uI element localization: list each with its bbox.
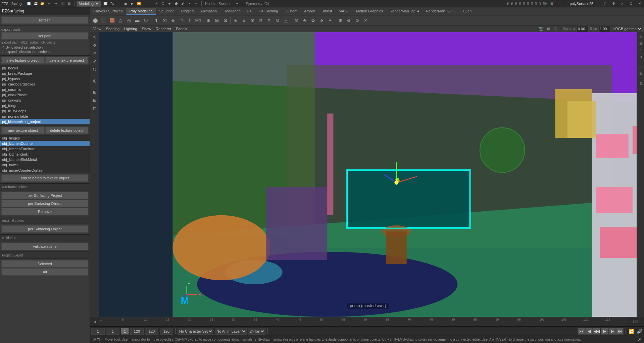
append-icon[interactable]: ⊕ bbox=[169, 16, 177, 24]
outliner-icon1[interactable]: ⊞ bbox=[638, 34, 644, 40]
text-icon[interactable]: T bbox=[186, 16, 194, 24]
connect-icon[interactable]: ⊟ bbox=[213, 16, 221, 24]
shading-menu[interactable]: Shading bbox=[104, 26, 121, 32]
select-tool-icon[interactable]: ↖ bbox=[91, 34, 98, 41]
lasso4-icon[interactable]: ◈ bbox=[166, 1, 172, 7]
smooth-icon[interactable]: ≋ bbox=[257, 16, 265, 24]
project-list-item[interactable]: prj_ceramic bbox=[0, 87, 90, 92]
tab-xgen[interactable]: XGen bbox=[459, 8, 475, 15]
poke-icon[interactable]: ✦ bbox=[326, 16, 334, 24]
settings-right-icon[interactable]: ⚙ bbox=[610, 1, 616, 7]
project-list-item[interactable]: prj_cardboardBoxes bbox=[0, 81, 90, 87]
rotate-tool-icon[interactable]: ↻ bbox=[91, 50, 98, 57]
loop-playback-icon[interactable]: 🔁 bbox=[628, 328, 635, 335]
tab-fx-caching[interactable]: FX Caching bbox=[255, 8, 281, 15]
tab-rigging[interactable]: Rigging bbox=[178, 8, 197, 15]
project-list-item[interactable]: prj_clockPlastic bbox=[0, 92, 90, 98]
reduce-icon[interactable]: ≡ bbox=[265, 16, 273, 24]
tab-curves-surfaces[interactable]: Curves / Surfaces bbox=[90, 8, 126, 15]
all-btn[interactable]: All bbox=[1, 268, 88, 276]
icon2[interactable]: 🔧 bbox=[109, 1, 115, 7]
colorspace-select[interactable]: sRGB gamma bbox=[612, 25, 643, 32]
go-end-btn[interactable]: ⏭ bbox=[616, 328, 624, 335]
remove-btn[interactable]: Remove bbox=[1, 208, 88, 215]
refresh-btn[interactable]: refresh bbox=[1, 16, 88, 24]
remesh-icon[interactable]: ⊚ bbox=[274, 16, 282, 24]
plane-icon[interactable]: ▬ bbox=[133, 16, 141, 24]
boolean-icon[interactable]: ⊗ bbox=[248, 16, 256, 24]
validate-scene-btn[interactable]: validate scene bbox=[1, 243, 88, 250]
project-list-item[interactable]: prj_fridge bbox=[0, 103, 90, 108]
camera-bookmark-icon[interactable]: ⊞ bbox=[91, 89, 98, 96]
grid2-icon[interactable]: ⊞ bbox=[545, 26, 551, 32]
delete-texture-project-btn[interactable]: delete texture project bbox=[45, 57, 89, 64]
help-icon[interactable]: ? bbox=[602, 1, 608, 7]
tab-custom[interactable]: Custom bbox=[281, 8, 301, 15]
icon1[interactable]: ⬜ bbox=[102, 1, 108, 7]
selected-btn[interactable]: Selected bbox=[1, 260, 88, 268]
tab-sculpting[interactable]: Sculpting bbox=[156, 8, 178, 15]
cone-icon[interactable]: △ bbox=[116, 16, 125, 24]
panels-menu[interactable]: Panels bbox=[174, 26, 189, 32]
open-icon[interactable]: 📂 bbox=[39, 1, 45, 7]
icon6[interactable]: ⏩ bbox=[136, 1, 142, 7]
tab-animation[interactable]: Animation bbox=[197, 8, 220, 15]
separate-icon[interactable]: ⊌ bbox=[240, 16, 248, 24]
grid-icon[interactable]: ⊞ bbox=[549, 1, 555, 7]
close-icon[interactable]: ✕ bbox=[637, 1, 643, 7]
project-list-item[interactable]: prj_bypass bbox=[0, 76, 90, 81]
play-btn[interactable]: ▶ bbox=[601, 328, 608, 335]
timeline-ruler[interactable]: 1510152025303540455055606570758085909510… bbox=[100, 317, 627, 326]
pause-icon[interactable]: ⏸ bbox=[555, 1, 561, 7]
icon3[interactable]: ◻ bbox=[116, 1, 122, 7]
tab-fx[interactable]: FX bbox=[244, 8, 255, 15]
snap-icon[interactable]: ⊞ bbox=[66, 1, 72, 7]
combine-icon[interactable]: ◈ bbox=[232, 16, 240, 24]
icon4[interactable]: ◼ bbox=[122, 1, 129, 7]
new-texture-project-btn[interactable]: new texture project bbox=[1, 57, 45, 64]
file-icon[interactable]: 📄 bbox=[26, 1, 32, 7]
object-list-item[interactable]: obj_kitchenSink bbox=[0, 152, 90, 157]
torus-icon[interactable]: ◎ bbox=[125, 16, 133, 24]
play-back-btn[interactable]: ◀◀ bbox=[593, 328, 600, 335]
cursor-icon[interactable]: ↖ bbox=[193, 1, 199, 7]
undo-icon[interactable]: ↩ bbox=[46, 1, 52, 7]
extrude-icon[interactable]: ⬆ bbox=[152, 16, 160, 24]
fps-select[interactable]: 24 fps bbox=[248, 328, 265, 335]
object-list-item[interactable]: obj_towel bbox=[0, 162, 90, 168]
retopo-icon[interactable]: ◬ bbox=[282, 16, 290, 24]
object-list-item[interactable]: obj_kitchenCounter bbox=[0, 141, 90, 146]
per-surfacing-object-btn2[interactable]: per Surfacing Object bbox=[1, 225, 88, 233]
status-expand-icon[interactable]: ⤢ bbox=[636, 336, 643, 343]
object-list-item[interactable]: obj_uncerCounterCurtain bbox=[0, 168, 90, 173]
project-list-item[interactable]: prj_kitchenArea_project bbox=[0, 119, 90, 124]
tab-mash[interactable]: MASH bbox=[335, 8, 353, 15]
snap-to-grid-icon[interactable]: ⊟ bbox=[91, 97, 98, 104]
redo-icon[interactable]: ↪ bbox=[53, 1, 59, 7]
mode-dropdown[interactable]: Modeling ▼ bbox=[77, 1, 101, 7]
tab-poly-modeling[interactable]: Poly Modeling bbox=[126, 8, 156, 15]
anim-layer-select[interactable]: No Anim Layer bbox=[215, 328, 247, 335]
wireframe2-icon[interactable]: ⬡ bbox=[553, 26, 559, 32]
next-frame-btn[interactable]: ▶ bbox=[608, 328, 616, 335]
delete-texture-object-btn[interactable]: delete texture object bbox=[45, 127, 89, 134]
frame-end3-input[interactable]: 120 bbox=[160, 328, 173, 335]
per-surfacing-project-btn[interactable]: per Surfacing Project bbox=[1, 192, 88, 199]
gain-input[interactable]: 1.00 bbox=[598, 25, 610, 32]
tab-rendering[interactable]: Rendering bbox=[220, 8, 244, 15]
move-tool-icon[interactable]: ✥ bbox=[91, 42, 98, 49]
tab-renderman-22-4[interactable]: RenderMan_22_4 bbox=[386, 8, 423, 15]
show-menu[interactable]: Show bbox=[140, 26, 153, 32]
object-list-item[interactable]: obj_kitchenFurniture bbox=[0, 146, 90, 152]
expand-icon[interactable]: ⤢ bbox=[619, 1, 625, 7]
universal-tool-icon[interactable]: ⬡ bbox=[91, 66, 98, 73]
frame-current-input[interactable]: 1 bbox=[106, 328, 119, 335]
tab-bifrost[interactable]: Bifrost bbox=[318, 8, 335, 15]
lasso-icon[interactable]: ○ bbox=[146, 1, 152, 7]
set-path-btn[interactable]: set path bbox=[1, 32, 88, 40]
camera-icon[interactable]: 📷 bbox=[542, 1, 548, 7]
outliner-icon2[interactable]: ⊟ bbox=[638, 40, 644, 46]
camera-frame-icon[interactable]: 📷 bbox=[538, 26, 544, 32]
save-icon[interactable]: 💾 bbox=[33, 1, 39, 7]
offset-icon[interactable]: ⊠ bbox=[221, 16, 229, 24]
